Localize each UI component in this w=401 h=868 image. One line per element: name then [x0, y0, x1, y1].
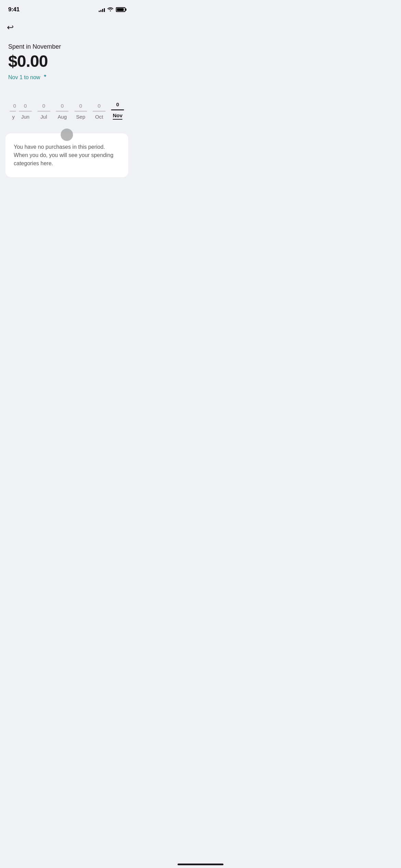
amount-display: $0.00	[8, 52, 125, 71]
chart-months: 0 y 0 Jun 0 Jul 0 Aug 0 Sep 0	[0, 101, 134, 120]
month-label-jun: Jun	[21, 114, 29, 120]
month-label-nov: Nov	[113, 112, 122, 120]
battery-icon	[116, 7, 125, 12]
month-bar-nov	[111, 109, 124, 110]
month-label-sep: Sep	[76, 114, 85, 120]
month-label-may: y	[12, 114, 15, 120]
empty-state-text: You have no purchases in this period. Wh…	[14, 143, 120, 168]
month-bar-jun	[19, 111, 32, 112]
month-col-sep[interactable]: 0 Sep	[71, 103, 90, 120]
bottom-spacer	[0, 184, 134, 321]
month-label-jul: Jul	[40, 114, 47, 120]
month-value-aug: 0	[61, 103, 63, 109]
month-col-nov[interactable]: 0 Nov	[108, 101, 127, 120]
status-bar: 9:41	[0, 0, 134, 17]
edit-icon[interactable]	[42, 74, 48, 81]
drag-indicator	[61, 129, 73, 141]
month-col-oct[interactable]: 0 Oct	[90, 103, 108, 120]
month-bar-jul	[37, 111, 50, 112]
status-icons	[99, 7, 125, 13]
chart-container: 0 y 0 Jun 0 Jul 0 Aug 0 Sep 0	[0, 101, 134, 126]
month-bar-aug	[56, 111, 69, 112]
back-button[interactable]: ↩	[0, 17, 21, 35]
month-value-jul: 0	[42, 103, 45, 109]
month-value-nov: 0	[116, 101, 119, 107]
back-arrow: ↩	[7, 23, 14, 32]
month-col-jun[interactable]: 0 Jun	[16, 103, 35, 120]
month-value-sep: 0	[79, 103, 82, 109]
spent-label: Spent in November	[8, 43, 125, 50]
month-bar-sep	[74, 111, 87, 112]
month-bar-oct	[93, 111, 106, 112]
month-label-oct: Oct	[95, 114, 103, 120]
date-range-text: Nov 1 to now	[8, 74, 40, 81]
month-value-jun: 0	[24, 103, 27, 109]
status-time: 9:41	[8, 6, 20, 13]
month-value-oct: 0	[98, 103, 100, 109]
signal-icon	[99, 7, 105, 12]
month-bar-may	[10, 111, 16, 112]
empty-state-card: You have no purchases in this period. Wh…	[5, 133, 128, 177]
date-range[interactable]: Nov 1 to now	[8, 74, 125, 81]
month-value-may: 0	[13, 103, 16, 109]
month-col-may[interactable]: 0 y	[7, 103, 16, 120]
battery-fill	[117, 8, 124, 11]
wifi-icon	[107, 7, 113, 13]
month-col-jul[interactable]: 0 Jul	[35, 103, 53, 120]
main-content: Spent in November $0.00 Nov 1 to now	[0, 35, 134, 81]
month-col-aug[interactable]: 0 Aug	[53, 103, 72, 120]
month-label-aug: Aug	[58, 114, 67, 120]
